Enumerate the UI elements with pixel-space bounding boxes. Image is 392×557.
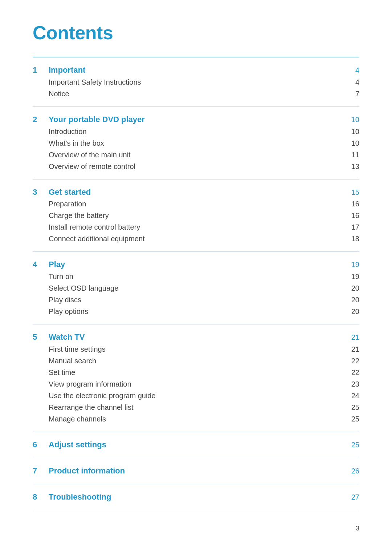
toc-section-1: 1Important4Important Safety Instructions… xyxy=(33,57,359,107)
toc-section-8: 8Troubleshooting27 xyxy=(33,484,359,510)
toc-subitem-label: Important Safety Instructions xyxy=(49,77,346,88)
toc-subitem-label: Manual search xyxy=(49,355,346,366)
toc-subitem-page: 20 xyxy=(346,306,359,317)
toc-subitem-page: 17 xyxy=(346,222,359,233)
toc-subitem-page: 21 xyxy=(346,344,359,355)
toc-item-row: Manual search22 xyxy=(33,355,359,366)
toc-page-1: 4 xyxy=(346,65,359,76)
toc-number-7: 7 xyxy=(33,465,49,477)
toc-number-4: 4 xyxy=(33,259,49,270)
toc-subitem-label: Notice xyxy=(49,88,346,99)
toc-number-8: 8 xyxy=(33,492,49,503)
toc-subitem-label: Introduction xyxy=(49,126,346,137)
toc-item-row: Set time22 xyxy=(33,367,359,378)
toc-subitem-label: Install remote control battery xyxy=(49,222,346,233)
toc-subitem-page: 13 xyxy=(346,161,359,172)
toc-container: 1Important4Important Safety Instructions… xyxy=(33,57,359,510)
toc-subitem-page: 25 xyxy=(346,413,359,424)
toc-page-4: 19 xyxy=(346,259,359,270)
toc-heading-1: Important xyxy=(49,65,346,76)
toc-subitem-label: First time settings xyxy=(49,344,346,355)
toc-page-2: 10 xyxy=(346,114,359,125)
toc-heading-3: Get started xyxy=(49,187,346,198)
page-title: Contents xyxy=(33,22,359,44)
toc-section-3: 3Get started15Preparation16Charge the ba… xyxy=(33,179,359,252)
toc-number-5: 5 xyxy=(33,332,49,343)
footer-page-number: 3 xyxy=(33,525,359,532)
toc-item-row: Important Safety Instructions4 xyxy=(33,77,359,88)
toc-subitem-page: 20 xyxy=(346,294,359,305)
toc-page-3: 15 xyxy=(346,187,359,198)
toc-number-1: 1 xyxy=(33,65,49,76)
toc-item-row: View program information23 xyxy=(33,379,359,390)
toc-subitem-page: 25 xyxy=(346,402,359,413)
toc-subitem-page: 22 xyxy=(346,367,359,378)
toc-section-2: 2Your portable DVD player10Introduction1… xyxy=(33,107,359,179)
toc-item-row: Manage channels25 xyxy=(33,413,359,424)
toc-heading-5: Watch TV xyxy=(49,332,346,343)
toc-item-row: Charge the battery16 xyxy=(33,210,359,221)
toc-item-row: Introduction10 xyxy=(33,126,359,137)
toc-subitem-label: Set time xyxy=(49,367,346,378)
toc-page-6: 25 xyxy=(346,439,359,450)
toc-subitem-page: 20 xyxy=(346,283,359,294)
toc-heading-row-7: 7Product information26 xyxy=(33,465,359,477)
toc-heading-2: Your portable DVD player xyxy=(49,114,346,125)
toc-item-row: Rearrange the channel list25 xyxy=(33,402,359,413)
toc-subitem-page: 10 xyxy=(346,138,359,149)
toc-item-row: Preparation16 xyxy=(33,198,359,209)
toc-section-6: 6Adjust settings25 xyxy=(33,432,359,458)
toc-item-row: Overview of the main unit11 xyxy=(33,149,359,160)
toc-heading-row-3: 3Get started15 xyxy=(33,187,359,198)
toc-section-5: 5Watch TV21First time settings21Manual s… xyxy=(33,324,359,432)
toc-subitem-page: 23 xyxy=(346,379,359,390)
toc-item-row: Select OSD language20 xyxy=(33,283,359,294)
toc-subitem-label: Use the electronic program guide xyxy=(49,390,346,401)
toc-item-row: What's in the box10 xyxy=(33,138,359,149)
toc-heading-row-2: 2Your portable DVD player10 xyxy=(33,114,359,125)
toc-subitem-page: 4 xyxy=(346,77,359,88)
toc-section-4: 4Play19Turn on19Select OSD language20Pla… xyxy=(33,252,359,324)
toc-heading-row-4: 4Play19 xyxy=(33,259,359,270)
toc-subitem-page: 19 xyxy=(346,271,359,282)
toc-subitem-label: View program information xyxy=(49,379,346,390)
toc-page-8: 27 xyxy=(346,492,359,502)
toc-heading-row-8: 8Troubleshooting27 xyxy=(33,492,359,503)
toc-subitem-label: Manage channels xyxy=(49,413,346,424)
toc-item-row: Use the electronic program guide24 xyxy=(33,390,359,401)
toc-subitem-page: 11 xyxy=(346,149,359,160)
toc-subitem-page: 16 xyxy=(346,210,359,221)
toc-subitem-page: 7 xyxy=(346,88,359,99)
toc-item-row: Install remote control battery17 xyxy=(33,222,359,233)
toc-subitem-label: What's in the box xyxy=(49,138,346,149)
toc-heading-4: Play xyxy=(49,259,346,270)
toc-subitem-page: 24 xyxy=(346,390,359,401)
toc-item-row: Play discs20 xyxy=(33,294,359,305)
toc-item-row: Connect additional equipment18 xyxy=(33,233,359,244)
toc-number-3: 3 xyxy=(33,187,49,198)
toc-heading-8: Troubleshooting xyxy=(49,492,346,503)
toc-heading-row-6: 6Adjust settings25 xyxy=(33,439,359,451)
toc-subitem-label: Turn on xyxy=(49,271,346,282)
toc-subitem-label: Preparation xyxy=(49,198,346,209)
toc-page-7: 26 xyxy=(346,465,359,476)
toc-heading-row-1: 1Important4 xyxy=(33,65,359,76)
toc-subitem-page: 10 xyxy=(346,126,359,137)
toc-subitem-label: Charge the battery xyxy=(49,210,346,221)
toc-subitem-label: Select OSD language xyxy=(49,283,346,294)
toc-page-5: 21 xyxy=(346,332,359,343)
toc-item-row: Overview of remote control13 xyxy=(33,161,359,172)
toc-number-2: 2 xyxy=(33,114,49,125)
toc-heading-6: Adjust settings xyxy=(49,439,346,451)
toc-item-row: First time settings21 xyxy=(33,344,359,355)
toc-subitem-page: 22 xyxy=(346,355,359,366)
toc-heading-row-5: 5Watch TV21 xyxy=(33,332,359,343)
toc-heading-7: Product information xyxy=(49,465,346,477)
toc-section-7: 7Product information26 xyxy=(33,458,359,484)
toc-subitem-label: Rearrange the channel list xyxy=(49,402,346,413)
toc-subitem-page: 16 xyxy=(346,198,359,209)
toc-subitem-label: Play options xyxy=(49,306,346,317)
toc-number-6: 6 xyxy=(33,439,49,451)
toc-subitem-label: Overview of remote control xyxy=(49,161,346,172)
toc-subitem-page: 18 xyxy=(346,233,359,244)
